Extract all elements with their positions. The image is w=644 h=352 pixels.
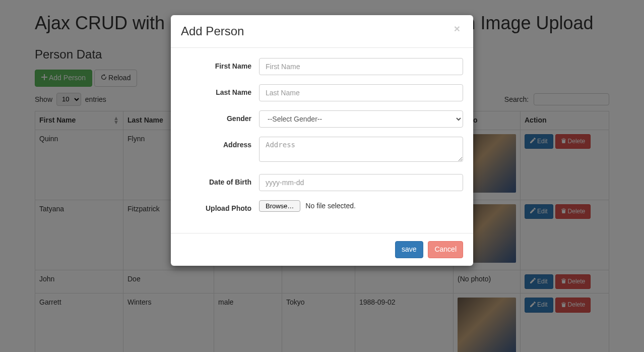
- close-button[interactable]: ×: [451, 23, 463, 34]
- modal-title: Add Person: [181, 23, 244, 40]
- address-label: Address: [181, 137, 259, 150]
- first-name-input[interactable]: [259, 58, 463, 75]
- dob-label: Date of Birth: [181, 174, 259, 188]
- add-person-modal: Add Person × First Name Last Name Gender…: [171, 15, 473, 266]
- gender-select[interactable]: --Select Gender--: [259, 110, 463, 128]
- gender-label: Gender: [181, 110, 259, 124]
- close-icon: ×: [454, 23, 460, 34]
- dob-input[interactable]: [259, 174, 463, 191]
- browse-button[interactable]: Browse…: [259, 200, 300, 212]
- file-status: No file selected.: [305, 201, 356, 211]
- photo-label: Upload Photo: [181, 200, 259, 214]
- cancel-button[interactable]: Cancel: [428, 241, 463, 258]
- save-button[interactable]: save: [395, 241, 423, 258]
- first-name-label: First Name: [181, 58, 259, 72]
- last-name-input[interactable]: [259, 84, 463, 101]
- last-name-label: Last Name: [181, 84, 259, 98]
- address-input[interactable]: [259, 137, 463, 162]
